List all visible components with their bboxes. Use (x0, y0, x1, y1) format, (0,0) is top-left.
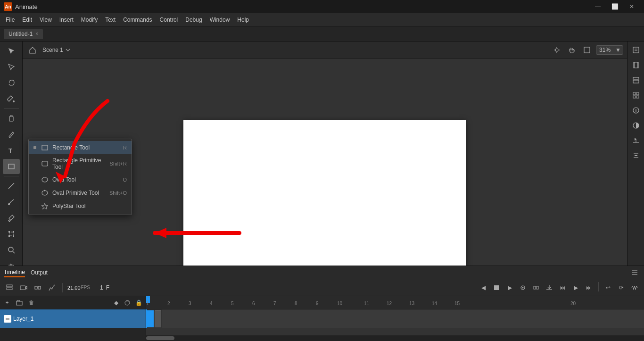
loop2-btn[interactable]: ⟳ (616, 282, 627, 293)
tab-close-button[interactable]: × (35, 31, 38, 36)
minimize-button[interactable]: — (589, 0, 606, 13)
info-panel-btn[interactable] (629, 104, 643, 117)
close-button[interactable]: ✕ (623, 0, 640, 13)
ctx-oval-primitive-tool[interactable]: Oval Primitive Tool Shift+O (29, 186, 132, 200)
frame-icon[interactable] (581, 44, 593, 56)
svg-rect-6 (9, 232, 13, 236)
asset-panel-btn[interactable] (629, 74, 643, 87)
play-btn[interactable]: ▶ (570, 282, 581, 293)
timeline-menu-btn[interactable] (629, 267, 640, 278)
motion-tween-btn[interactable] (32, 282, 43, 293)
home-icon[interactable] (26, 44, 39, 56)
svg-rect-24 (636, 92, 639, 95)
zoom-tool[interactable] (3, 242, 20, 258)
ink-bottle-tool[interactable] (3, 111, 20, 126)
free-transform-tool[interactable] (3, 226, 20, 241)
camera-btn[interactable] (18, 282, 29, 293)
grid-panel-btn[interactable] (629, 89, 643, 102)
svg-rect-26 (636, 96, 639, 98)
svg-point-0 (13, 100, 15, 102)
frame-num-8: 8 (295, 301, 297, 306)
menu-item-help[interactable]: Help (233, 15, 253, 25)
stage-canvas[interactable] (183, 120, 466, 280)
snap-icon[interactable] (551, 44, 563, 56)
ctx-oval-tool[interactable]: Oval Tool O (29, 173, 132, 186)
svg-line-12 (13, 251, 15, 253)
line-tool[interactable] (3, 178, 20, 193)
select-tool[interactable] (3, 43, 20, 58)
rectangle-tool-icon (41, 144, 49, 151)
maximize-button[interactable]: ⬜ (606, 0, 623, 13)
transform-panel-btn[interactable] (629, 134, 643, 147)
horizontal-scrollbar[interactable] (146, 335, 644, 341)
menu-item-modify[interactable]: Modify (77, 15, 101, 25)
graph-btn[interactable] (46, 282, 58, 293)
layer-panel: + 🗑 ◆ 🔒 Layer_1 (0, 296, 146, 341)
ctx-rectangle-primitive-tool[interactable]: Rectangle Primitive Tool Shift+R (29, 154, 132, 173)
onion-skin-btn[interactable] (122, 298, 132, 308)
library-panel-btn[interactable] (629, 58, 643, 72)
waveform-btn[interactable] (629, 282, 640, 293)
tl-separator (62, 283, 63, 292)
svg-rect-9 (8, 235, 10, 237)
menu-item-debug[interactable]: Debug (182, 15, 206, 25)
text-tool[interactable]: T (3, 143, 20, 158)
oval-primitive-tool-icon (41, 189, 49, 197)
color-panel-btn[interactable] (629, 119, 643, 132)
pen-tool[interactable] (3, 127, 20, 142)
loop-btn[interactable] (530, 282, 542, 293)
lock-layer-btn[interactable]: 🔒 (133, 298, 144, 308)
hand-icon[interactable] (566, 44, 578, 56)
ctx-rectangle-tool[interactable]: Rectangle Tool R (29, 141, 132, 154)
brush-tool[interactable] (3, 194, 20, 209)
export-btn[interactable] (544, 282, 555, 293)
add-folder-btn[interactable] (14, 298, 25, 308)
properties-panel-btn[interactable] (629, 43, 643, 57)
timeline-header-right (629, 267, 640, 278)
frame-num-11: 11 (364, 301, 369, 306)
paint-bucket-tool[interactable] (3, 91, 20, 107)
menu-item-view[interactable]: View (36, 15, 56, 25)
layer-view-btn[interactable] (4, 282, 15, 293)
frame-num-6: 6 (252, 301, 255, 306)
toolbar-separator (4, 108, 19, 109)
ctx-label-oval-prim: Oval Primitive Tool (52, 190, 106, 196)
ctx-polystar-tool[interactable]: PolyStar Tool (29, 200, 132, 213)
add-layer-btn[interactable]: + (2, 298, 12, 308)
stop-btn[interactable] (491, 282, 502, 293)
step-fwd-btn[interactable]: ⏭ (583, 282, 594, 293)
layer-row[interactable]: Layer_1 (0, 309, 146, 328)
eyedropper-tool[interactable] (3, 210, 20, 225)
scene-toolbar-right: 31% ▼ (551, 44, 623, 56)
next-keyframe-btn[interactable]: ▶ (504, 282, 515, 293)
zoom-dropdown[interactable]: ▼ (613, 46, 623, 54)
prev-keyframe-btn[interactable]: ◀ (478, 282, 489, 293)
menu-item-commands[interactable]: Commands (119, 15, 156, 25)
menu-item-insert[interactable]: Insert (56, 15, 77, 25)
frame-block-empty[interactable] (155, 310, 161, 327)
menu-item-file[interactable]: File (2, 15, 18, 25)
menu-item-window[interactable]: Window (206, 15, 234, 25)
svg-rect-53 (537, 286, 538, 289)
delete-layer-btn[interactable]: 🗑 (26, 298, 37, 308)
frame-numbers: 1 2 3 4 5 6 7 8 9 10 11 12 13 14 15 20 (146, 296, 644, 309)
snap-btn[interactable] (517, 282, 528, 293)
menu-item-control[interactable]: Control (156, 15, 182, 25)
rectangle-tool[interactable] (3, 159, 20, 174)
menu-item-text[interactable]: Text (101, 15, 119, 25)
subselect-tool[interactable] (3, 59, 20, 75)
keyframe-1[interactable] (146, 310, 154, 327)
menu-item-edit[interactable]: Edit (18, 15, 36, 25)
keyframe-btn[interactable]: ◆ (111, 298, 121, 308)
scrollbar-thumb[interactable] (146, 336, 174, 340)
tab-output[interactable]: Output (31, 268, 48, 277)
align-panel-btn[interactable] (629, 149, 643, 162)
zoom-control[interactable]: 31% ▼ (596, 45, 623, 55)
rewind-btn[interactable]: ⏮ (557, 282, 568, 293)
playhead-line (146, 309, 147, 328)
tab-timeline[interactable]: Timeline (4, 268, 25, 277)
undo-btn[interactable]: ↩ (603, 282, 614, 293)
layer-tools: + 🗑 ◆ 🔒 (0, 296, 146, 309)
document-tab[interactable]: Untitled-1 × (4, 29, 43, 39)
lasso-tool[interactable] (3, 75, 20, 91)
